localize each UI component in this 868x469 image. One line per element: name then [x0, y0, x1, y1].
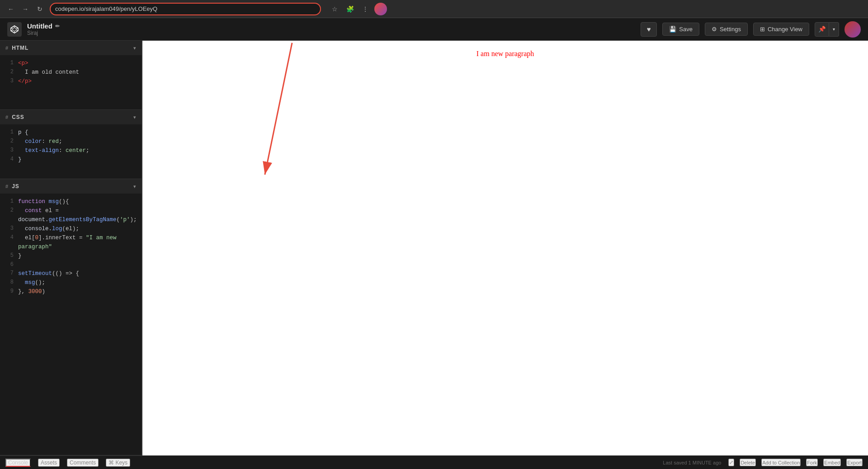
css-panel-icon: #	[5, 114, 8, 120]
js-line-2: 2 const el =	[0, 206, 142, 215]
js-line-4b: paragraph"	[0, 242, 142, 251]
js-panel-header[interactable]: # JS ▾	[0, 179, 142, 194]
keys-tab[interactable]: ⌘ Keys	[106, 459, 130, 467]
address-bar-wrapper	[50, 3, 321, 15]
js-line-9: 9 }, 3000)	[0, 287, 142, 296]
pen-title: Untitled	[27, 22, 52, 30]
extensions-icon[interactable]: 🧩	[344, 3, 356, 15]
js-panel-icon: #	[5, 184, 8, 189]
js-line-4: 4 el[0].innerText = "I am new	[0, 233, 142, 242]
assets-tab[interactable]: Assets	[38, 459, 60, 467]
back-button[interactable]: ←	[5, 3, 17, 15]
js-panel: # JS ▾ 1 function msg(){ 2 const el = do…	[0, 179, 142, 455]
fork-button[interactable]: Fork	[806, 459, 818, 466]
nav-buttons: ← → ↻	[5, 3, 46, 15]
html-line-3: 3 </p>	[0, 77, 142, 86]
html-panel-header[interactable]: # HTML ▾	[0, 41, 142, 55]
footer-actions: ⤢ Delete Add to Collection Fork Embed Ex…	[728, 459, 863, 466]
user-avatar[interactable]	[844, 21, 861, 38]
left-panel: # HTML ▾ 1 <p> 2 I am old content 3 </p>	[0, 41, 142, 455]
export-view-icon[interactable]: ⤢	[728, 459, 734, 466]
html-code-area[interactable]: 1 <p> 2 I am old content 3 </p>	[0, 55, 142, 109]
pin-dropdown-button[interactable]: ▾	[829, 22, 839, 37]
js-line-2b: document.getElementsByTagName('p');	[0, 215, 142, 224]
js-line-8: 8 msg();	[0, 278, 142, 287]
footer: Console Assets Comments ⌘ Keys Last save…	[0, 455, 868, 469]
html-panel: # HTML ▾ 1 <p> 2 I am old content 3 </p>	[0, 41, 142, 110]
heart-button[interactable]: ♥	[641, 22, 657, 37]
settings-icon: ⚙	[712, 26, 717, 33]
preview-content: I am new paragraph	[142, 50, 868, 455]
main-area: # HTML ▾ 1 <p> 2 I am old content 3 </p>	[0, 41, 868, 455]
browser-icons-right: ☆ 🧩 ⋮	[328, 3, 387, 15]
comments-tab[interactable]: Comments	[67, 459, 99, 467]
js-collapse-button[interactable]: ▾	[133, 184, 136, 189]
pin-button[interactable]: 📌	[815, 22, 829, 37]
css-code-area[interactable]: 1 p { 2 color: red; 3 text-align: center…	[0, 124, 142, 179]
css-line-4: 4 }	[0, 155, 142, 164]
css-panel-header[interactable]: # CSS ▾	[0, 110, 142, 124]
html-line-2: 2 I am old content	[0, 68, 142, 77]
console-tab[interactable]: Console	[5, 459, 31, 467]
css-collapse-button[interactable]: ▾	[133, 114, 136, 120]
html-line-1: 1 <p>	[0, 59, 142, 68]
cp-username: Siraj	[27, 30, 60, 36]
footer-status: Last saved 1 MINUTE ago	[663, 460, 721, 465]
css-line-2: 2 color: red;	[0, 137, 142, 146]
save-button[interactable]: 💾 Save	[662, 23, 699, 36]
css-line-1: 1 p {	[0, 128, 142, 137]
browser-chrome: ← → ↻ ☆ 🧩 ⋮	[0, 0, 868, 18]
js-panel-title: JS	[12, 183, 19, 189]
bookmark-icon[interactable]: ☆	[328, 3, 341, 15]
cp-title: Untitled ✏	[27, 22, 60, 30]
js-line-5: 5 }	[0, 251, 142, 261]
save-label: Save	[679, 26, 693, 33]
change-view-icon: ⊞	[760, 26, 765, 33]
css-panel-title: CSS	[12, 114, 24, 120]
js-line-6: 6	[0, 261, 142, 269]
codepen-header: Untitled ✏ Siraj ♥ 💾 Save ⚙ Settings ⊞ C…	[0, 18, 868, 41]
browser-avatar[interactable]	[374, 3, 387, 15]
change-view-button[interactable]: ⊞ Change View	[753, 23, 809, 36]
html-panel-title: HTML	[12, 45, 28, 51]
save-icon: 💾	[669, 26, 676, 33]
codepen-logo[interactable]	[7, 22, 22, 37]
cp-title-area: Untitled ✏ Siraj	[27, 22, 60, 36]
forward-button[interactable]: →	[19, 3, 32, 15]
svg-marker-1	[13, 28, 16, 31]
browser-menu-icon[interactable]: ⋮	[359, 3, 372, 15]
export-button[interactable]: Export	[846, 459, 863, 466]
edit-title-icon[interactable]: ✏	[55, 23, 60, 29]
css-panel: # CSS ▾ 1 p { 2 color: red; 3 text-align…	[0, 110, 142, 179]
js-line-7: 7 setTimeout(() => {	[0, 269, 142, 278]
settings-label: Settings	[720, 26, 741, 33]
pin-group: 📌 ▾	[815, 22, 839, 37]
preview-area: I am new paragraph	[142, 41, 868, 455]
css-line-3: 3 text-align: center;	[0, 146, 142, 155]
refresh-button[interactable]: ↻	[33, 3, 46, 15]
delete-button[interactable]: Delete	[740, 459, 756, 466]
preview-paragraph: I am new paragraph	[142, 50, 868, 58]
add-to-collection-button[interactable]: Add to Collection	[761, 459, 801, 466]
js-line-3: 3 console.log(el);	[0, 224, 142, 233]
settings-button[interactable]: ⚙ Settings	[705, 23, 748, 36]
html-panel-icon: #	[5, 45, 8, 51]
address-bar[interactable]	[50, 3, 321, 15]
js-line-1: 1 function msg(){	[0, 197, 142, 206]
js-code-area[interactable]: 1 function msg(){ 2 const el = document.…	[0, 194, 142, 455]
change-view-label: Change View	[768, 26, 802, 33]
html-collapse-button[interactable]: ▾	[133, 45, 136, 51]
embed-button[interactable]: Embed	[823, 459, 841, 466]
